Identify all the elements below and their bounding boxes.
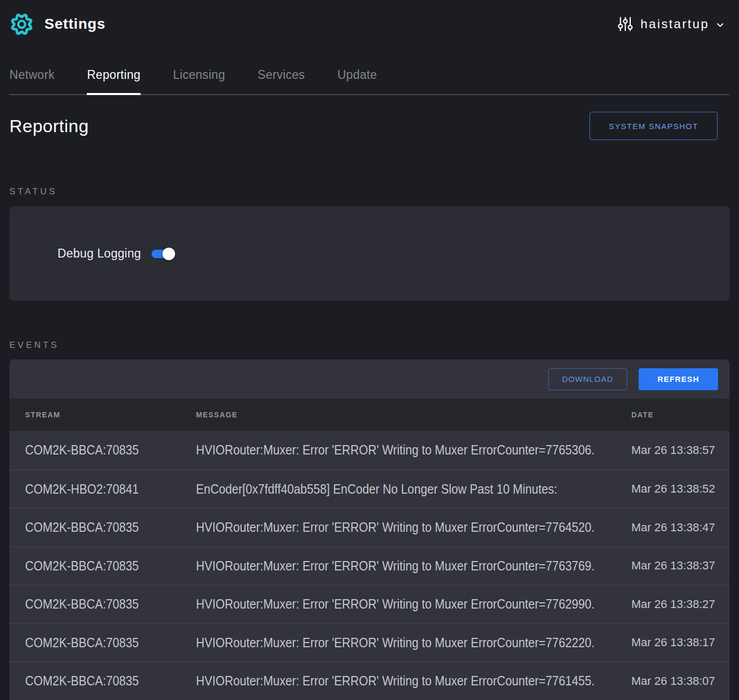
stream-cell: COM2K-BBCA:70835 bbox=[9, 442, 196, 458]
date-cell: Mar 26 13:38:57 bbox=[631, 444, 730, 457]
message-cell: HVIORouter:Muxer: Error 'ERROR' Writing … bbox=[196, 442, 631, 458]
message-cell: HVIORouter:Muxer: Error 'ERROR' Writing … bbox=[196, 520, 631, 535]
debug-logging-toggle[interactable] bbox=[152, 250, 174, 258]
tab-network[interactable]: Network bbox=[9, 48, 54, 94]
stream-cell: COM2K-BBCA:70835 bbox=[9, 520, 196, 535]
table-row: COM2K-BBCA:70835 HVIORouter:Muxer: Error… bbox=[9, 508, 730, 546]
events-toolbar: DOWNLOAD REFRESH bbox=[9, 359, 730, 399]
date-cell: Mar 26 13:38:27 bbox=[631, 598, 730, 611]
sliders-icon bbox=[618, 16, 633, 32]
account-name: haistartup bbox=[641, 17, 709, 31]
app-header: Settings haistartup bbox=[0, 0, 739, 48]
account-menu[interactable]: haistartup bbox=[618, 16, 725, 32]
stream-cell: COM2K-BBCA:70835 bbox=[9, 558, 196, 574]
tab-services[interactable]: Services bbox=[258, 48, 305, 94]
column-header-stream: STREAM bbox=[9, 411, 196, 419]
status-section-label: STATUS bbox=[9, 186, 730, 197]
stream-cell: COM2K-BBCA:70835 bbox=[9, 635, 196, 650]
tab-licensing[interactable]: Licensing bbox=[173, 48, 225, 94]
system-snapshot-button[interactable]: SYSTEM SNAPSHOT bbox=[590, 112, 718, 140]
main-content: Reporting SYSTEM SNAPSHOT STATUS Debug L… bbox=[0, 112, 739, 700]
date-cell: Mar 26 13:38:52 bbox=[631, 482, 730, 496]
date-cell: Mar 26 13:38:07 bbox=[631, 674, 730, 688]
stream-cell: COM2K-HBO2:70841 bbox=[9, 482, 196, 497]
message-cell: HVIORouter:Muxer: Error 'ERROR' Writing … bbox=[196, 635, 631, 650]
chevron-down-icon bbox=[715, 20, 725, 30]
page-title: Reporting bbox=[9, 116, 89, 136]
settings-gear-icon bbox=[9, 12, 34, 37]
toggle-knob bbox=[163, 248, 175, 260]
table-row: COM2K-BBCA:70835 HVIORouter:Muxer: Error… bbox=[9, 661, 730, 700]
stream-cell: COM2K-BBCA:70835 bbox=[9, 673, 196, 689]
table-row: COM2K-BBCA:70835 HVIORouter:Muxer: Error… bbox=[9, 546, 730, 585]
tab-reporting[interactable]: Reporting bbox=[87, 48, 140, 94]
table-row: COM2K-BBCA:70835 HVIORouter:Muxer: Error… bbox=[9, 431, 730, 470]
table-row: COM2K-HBO2:70841 EnCoder[0x7fdff40ab558]… bbox=[9, 470, 730, 508]
table-row: COM2K-BBCA:70835 HVIORouter:Muxer: Error… bbox=[9, 623, 730, 662]
tab-update[interactable]: Update bbox=[337, 48, 377, 94]
table-row: COM2K-BBCA:70835 HVIORouter:Muxer: Error… bbox=[9, 585, 730, 623]
date-cell: Mar 26 13:38:47 bbox=[631, 521, 730, 534]
events-table-header: STREAM MESSAGE DATE bbox=[9, 399, 730, 431]
column-header-date: DATE bbox=[631, 411, 730, 419]
app-title: Settings bbox=[44, 16, 106, 32]
status-card: Debug Logging bbox=[9, 206, 730, 301]
debug-logging-label: Debug Logging bbox=[57, 247, 141, 261]
refresh-button[interactable]: REFRESH bbox=[639, 368, 718, 390]
download-button[interactable]: DOWNLOAD bbox=[548, 368, 627, 390]
events-section-label: EVENTS bbox=[9, 340, 730, 351]
events-card: DOWNLOAD REFRESH STREAM MESSAGE DATE COM… bbox=[9, 359, 730, 700]
column-header-message: MESSAGE bbox=[196, 411, 631, 419]
stream-cell: COM2K-BBCA:70835 bbox=[9, 597, 196, 612]
tab-bar: Network Reporting Licensing Services Upd… bbox=[9, 48, 730, 95]
message-cell: EnCoder[0x7fdff40ab558] EnCoder No Longe… bbox=[196, 482, 631, 497]
message-cell: HVIORouter:Muxer: Error 'ERROR' Writing … bbox=[196, 597, 631, 612]
message-cell: HVIORouter:Muxer: Error 'ERROR' Writing … bbox=[196, 673, 631, 689]
date-cell: Mar 26 13:38:17 bbox=[631, 636, 730, 649]
date-cell: Mar 26 13:38:37 bbox=[631, 559, 730, 573]
message-cell: HVIORouter:Muxer: Error 'ERROR' Writing … bbox=[196, 558, 631, 574]
events-table-body: COM2K-BBCA:70835 HVIORouter:Muxer: Error… bbox=[9, 431, 730, 700]
